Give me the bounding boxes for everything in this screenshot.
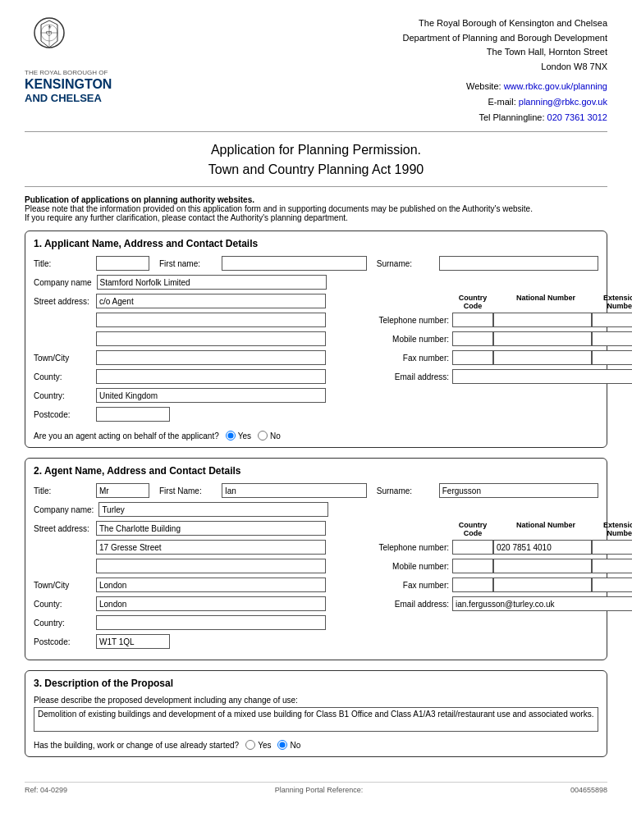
email-addr-label: Email address: (362, 372, 452, 381)
description-textarea[interactable]: Demolition of existing buildings and dev… (34, 707, 598, 732)
agent-company-input[interactable] (98, 502, 328, 517)
agent-country-input[interactable] (96, 615, 326, 630)
applicant-country-input[interactable] (96, 388, 326, 403)
applicant-tel-cc-input[interactable] (452, 313, 493, 327)
applicant-fax-ext-input[interactable] (592, 350, 632, 365)
agent-mob-ext-input[interactable] (592, 559, 632, 573)
section2-title: 2. Agent Name, Address and Contact Detai… (34, 465, 598, 477)
agent-fax-cc-input[interactable] (452, 578, 493, 592)
applicant-postcode-input[interactable] (96, 407, 170, 422)
applicant-surname-input[interactable] (439, 256, 598, 271)
applicant-mob-national-input[interactable] (493, 331, 592, 346)
applicant-town-input[interactable] (96, 350, 326, 365)
email-row: Email address: (362, 369, 632, 384)
agent-postcode-input[interactable] (96, 634, 170, 649)
agent-surname-input[interactable] (439, 483, 598, 498)
agent-street-row3 (34, 559, 354, 573)
agent-fax-national-input[interactable] (493, 578, 592, 592)
applicant-firstname-input[interactable] (222, 256, 367, 271)
applicant-title-input[interactable] (96, 256, 149, 271)
agent-company-label: Company name: (34, 505, 94, 514)
agent-street1-input[interactable] (96, 521, 326, 536)
started-no-radio[interactable] (277, 740, 287, 750)
street-label: Street address: (34, 297, 91, 306)
agent-yes-option[interactable]: Yes (226, 431, 251, 441)
email-line: E-mail: planning@rbkc.gov.uk (466, 94, 607, 110)
started-no-option[interactable]: No (277, 740, 300, 750)
applicant-company-input[interactable] (97, 275, 327, 290)
footer: Ref: 04-0299 Planning Portal Reference: … (25, 782, 607, 794)
org-name: THE ROYAL BOROUGH OF KENSINGTON AND CHEL… (25, 69, 112, 106)
agent-fax-label: Fax number: (362, 581, 452, 590)
postcode-label: Postcode: (34, 410, 91, 419)
agent-firstname-label: First Name: (159, 486, 217, 495)
applicant-tel-ext-input[interactable] (592, 313, 632, 327)
applicant-street2-input[interactable] (96, 313, 326, 327)
agent-left-col: Street address: Town/City County: Countr… (34, 521, 354, 653)
country-row: Country: (34, 388, 354, 403)
town-label: Town/City (34, 354, 91, 363)
agent-cc-header: Country Code (452, 521, 493, 537)
section1-box: 1. Applicant Name, Address and Contact D… (25, 231, 607, 448)
agent-mob-cc-input[interactable] (452, 559, 493, 573)
firstname-label: First name: (159, 259, 217, 268)
agent-tel-cc-input[interactable] (452, 540, 493, 555)
applicant-county-input[interactable] (96, 369, 326, 384)
applicant-street1-input[interactable] (96, 294, 326, 308)
agent-mob-national-input[interactable] (493, 559, 592, 573)
agent-fax-ext-input[interactable] (592, 578, 632, 592)
footer-portal-label: Planning Portal Reference: (275, 786, 364, 794)
agent-town-input[interactable] (96, 578, 326, 592)
applicant-street3-input[interactable] (96, 331, 326, 346)
agent-postcode-label: Postcode: (34, 637, 91, 646)
website-line: Website: www.rbkc.gov.uk/planning (466, 79, 607, 94)
description-label: Please describe the proposed development… (34, 696, 598, 705)
agent-street-row2 (34, 540, 354, 555)
agent-right-col: Country Code National Number Extension N… (362, 521, 632, 653)
footer-ref-number: 004655898 (570, 786, 607, 794)
agent-no-radio[interactable] (258, 431, 268, 441)
applicant-mob-ext-input[interactable] (592, 331, 632, 346)
agent-email-input[interactable] (452, 596, 632, 611)
applicant-mob-cc-input[interactable] (452, 331, 493, 346)
agent-town-row: Town/City (34, 578, 354, 592)
agent-surname-label: Surname: (377, 486, 434, 495)
county-row: County: (34, 369, 354, 384)
page-title: Application for Planning Permission. Tow… (25, 140, 607, 180)
section2-box: 2. Agent Name, Address and Contact Detai… (25, 458, 607, 660)
agent-street3-input[interactable] (96, 559, 326, 573)
agent-tel-ext-input[interactable] (592, 540, 632, 555)
agent-tel-national-input[interactable] (493, 540, 592, 555)
footer-ref: Ref: 04-0299 (25, 786, 67, 794)
agent-country-label: Country: (34, 619, 91, 628)
applicant-fax-cc-input[interactable] (452, 350, 493, 365)
country-label: Country: (34, 391, 91, 400)
agent-ext-header: Extension Number (598, 521, 632, 537)
applicant-email-input[interactable] (452, 369, 632, 384)
street-row1: Street address: (34, 294, 354, 308)
agent-firstname-input[interactable] (222, 483, 367, 498)
applicant-tel-national-input[interactable] (493, 313, 592, 327)
started-yes-option[interactable]: Yes (245, 740, 271, 750)
started-yes-radio[interactable] (245, 740, 255, 750)
agent-county-row: County: (34, 596, 354, 611)
agent-yes-radio[interactable] (226, 431, 236, 441)
title-label: Title: (34, 259, 91, 268)
ext-header: Extension Number (598, 294, 632, 310)
agent-phone-col-headers: Country Code National Number Extension N… (362, 521, 632, 537)
agent-fax-row: Fax number: (362, 578, 632, 592)
agent-county-input[interactable] (96, 596, 326, 611)
agent-email-label: Email address: (362, 600, 452, 609)
agent-name-row: Title: First Name: Surname: (34, 483, 598, 498)
company-label: Company name (34, 278, 92, 287)
agent-no-option[interactable]: No (258, 431, 281, 441)
applicant-fax-national-input[interactable] (493, 350, 592, 365)
agent-street2-input[interactable] (96, 540, 326, 555)
agent-mobile-row: Mobile number: (362, 559, 632, 573)
agent-street-label: Street address: (34, 524, 91, 533)
agent-title-input[interactable] (96, 483, 149, 498)
agent-question-row: Are you an agent acting on behalf of the… (34, 431, 598, 441)
section1-title: 1. Applicant Name, Address and Contact D… (34, 238, 598, 249)
agent-street-row1: Street address: (34, 521, 354, 536)
postcode-row: Postcode: (34, 407, 354, 422)
